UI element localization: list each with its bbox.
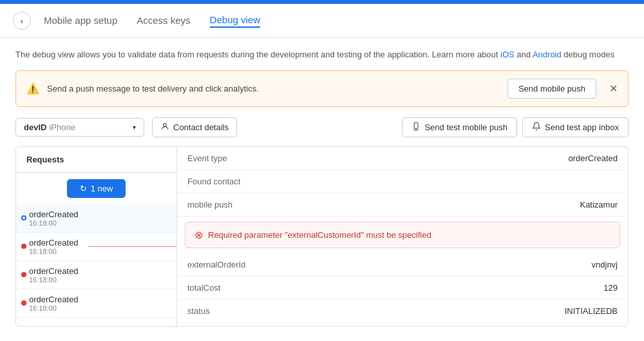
- new-requests-button[interactable]: ↻ 1 new: [67, 179, 126, 198]
- error-message: Required parameter "externalCustomerId" …: [208, 230, 431, 240]
- field-value: Katizamur: [580, 200, 618, 209]
- svg-point-2: [416, 128, 417, 128]
- app-inbox-icon: [532, 122, 541, 133]
- back-icon: ‹: [21, 16, 23, 26]
- request-item-name: orderCreated: [29, 266, 166, 276]
- send-mobile-push-banner-button[interactable]: Send mobile push: [507, 79, 596, 99]
- new-btn-container: ↻ 1 new: [16, 173, 176, 204]
- request-item-name: orderCreated: [29, 209, 166, 219]
- description-main: The debug view allows you to validate da…: [15, 50, 500, 59]
- detail-row: externalOrderId vndjnvj: [177, 253, 628, 277]
- tab-debug-view[interactable]: Debug view: [210, 14, 260, 28]
- header: ‹ Mobile app setup Access keys Debug vie…: [0, 4, 644, 38]
- request-item-time: 16:18:00: [29, 304, 166, 312]
- list-item[interactable]: orderCreated 16:18:00: [16, 289, 176, 318]
- dev-id-label: devID: [24, 122, 46, 132]
- detail-row: Event type orderCreated: [177, 147, 628, 170]
- detail-row: mobile push Katizamur: [177, 193, 628, 217]
- contact-details-label: Contact details: [173, 122, 229, 132]
- detail-row: totalCost 129: [177, 277, 628, 300]
- ios-link[interactable]: iOS: [500, 50, 515, 59]
- error-banner: ⊗ Required parameter "externalCustomerId…: [185, 222, 620, 248]
- field-label: Event type: [187, 153, 227, 163]
- device-dropdown[interactable]: devID iPhone ▾: [15, 118, 144, 137]
- back-button[interactable]: ‹: [13, 12, 31, 30]
- list-item[interactable]: orderCreated 16:18:00: [16, 204, 176, 233]
- field-value: vndjnvj: [592, 260, 618, 269]
- description-text: The debug view allows you to validate da…: [15, 48, 629, 61]
- send-test-app-inbox-button[interactable]: Send test app inbox: [522, 117, 629, 137]
- content-area: The debug view allows you to validate da…: [0, 38, 644, 337]
- field-label: totalCost: [187, 283, 220, 293]
- field-label: externalOrderId: [187, 260, 245, 269]
- send-test-mobile-push-button[interactable]: Send test mobile push: [402, 117, 517, 137]
- field-value: 129: [603, 283, 618, 293]
- field-label: Found contact: [187, 177, 240, 186]
- detail-row: Found contact: [177, 170, 628, 193]
- field-value: INITIALIZEDB: [565, 306, 618, 316]
- dropdown-chevron-icon: ▾: [133, 124, 136, 131]
- dropdown-label: devID iPhone: [24, 122, 75, 132]
- svg-point-0: [164, 123, 167, 126]
- list-item[interactable]: orderCreated 16:18:00: [16, 261, 176, 289]
- toolbar: devID iPhone ▾ Contact details Sen: [15, 117, 629, 137]
- list-item[interactable]: orderCreated 16:18:00: [16, 233, 176, 261]
- tabs: Mobile app setup Access keys Debug view: [44, 14, 260, 28]
- request-item-time: 16:18:00: [29, 248, 166, 255]
- new-btn-label: 1 new: [91, 184, 113, 193]
- field-label: mobile push: [187, 200, 232, 209]
- requests-panel: Requests ↻ 1 new orderCreated 16:18:00 o…: [16, 147, 177, 326]
- refresh-icon: ↻: [80, 184, 87, 193]
- field-label: status: [187, 306, 210, 316]
- tab-mobile-app-setup[interactable]: Mobile app setup: [44, 15, 117, 27]
- main-area: Requests ↻ 1 new orderCreated 16:18:00 o…: [15, 146, 629, 327]
- error-icon: ⊗: [194, 229, 203, 241]
- mobile-push-icon: [412, 122, 421, 133]
- requests-list: ↻ 1 new orderCreated 16:18:00 orderCreat…: [16, 173, 176, 324]
- requests-header: Requests: [16, 147, 176, 173]
- detail-row: status INITIALIZEDB: [177, 300, 628, 323]
- warning-icon: ⚠️: [26, 83, 39, 95]
- field-value: orderCreated: [568, 153, 618, 163]
- tab-access-keys[interactable]: Access keys: [137, 15, 190, 27]
- device-type-label: iPhone: [49, 122, 75, 132]
- send-test-mobile-push-label: Send test mobile push: [424, 122, 507, 132]
- details-panel: Event type orderCreated Found contact mo…: [177, 147, 628, 326]
- banner-close-icon[interactable]: ✕: [609, 83, 618, 95]
- contact-details-button[interactable]: Contact details: [152, 117, 237, 137]
- action-buttons: Send test mobile push Send test app inbo…: [402, 117, 629, 137]
- request-item-time: 16:18:00: [29, 276, 166, 284]
- request-item-name: orderCreated: [29, 295, 166, 304]
- description-suffix: debug modes: [564, 50, 614, 59]
- request-item-time: 16:18:00: [29, 219, 166, 227]
- push-banner: ⚠️ Send a push message to test delivery …: [15, 70, 629, 107]
- banner-text: Send a push message to test delivery and…: [47, 84, 500, 93]
- send-test-app-inbox-label: Send test app inbox: [545, 122, 619, 132]
- description-and: and: [516, 50, 533, 59]
- contact-icon: [160, 122, 169, 133]
- android-link[interactable]: Android: [533, 50, 562, 59]
